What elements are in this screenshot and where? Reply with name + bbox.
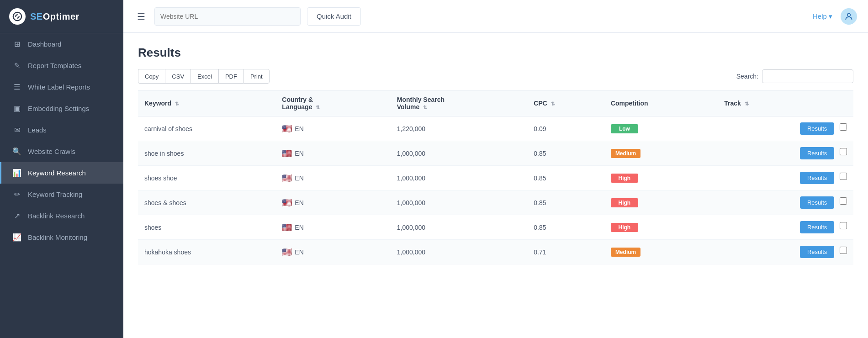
cell-cpc: 0.85 bbox=[527, 215, 604, 240]
table-header-row: Keyword ⇅ Country &Language ⇅ Monthly Se… bbox=[138, 90, 853, 116]
sidebar-item-backlink-monitoring[interactable]: 📈 Backlink Monitoring bbox=[0, 227, 123, 248]
cell-track: Results bbox=[718, 240, 853, 264]
export-copy-button[interactable]: Copy bbox=[138, 69, 165, 84]
sidebar-item-keyword-tracking[interactable]: ✏ Keyword Tracking bbox=[0, 184, 123, 205]
content-area: Results CopyCSVExcelPDFPrint Search: Key… bbox=[123, 33, 868, 338]
track-checkbox[interactable] bbox=[840, 173, 847, 180]
sidebar-item-label: Keyword Tracking bbox=[28, 190, 82, 198]
competition-badge: High bbox=[611, 174, 638, 183]
backlink-research-icon: ↗ bbox=[12, 211, 21, 220]
embedding-settings-icon: ▣ bbox=[12, 104, 21, 113]
table-body: carnival of shoes 🇺🇸 EN 1,220,000 0.09 L… bbox=[138, 116, 853, 264]
quick-audit-button[interactable]: Quick Audit bbox=[307, 7, 361, 26]
logo: SEOptimer bbox=[0, 0, 123, 33]
sidebar-item-dashboard[interactable]: ⊞ Dashboard bbox=[0, 33, 123, 55]
col-country: Country &Language ⇅ bbox=[275, 90, 390, 116]
cell-keyword: shoes & shoes bbox=[138, 190, 275, 215]
cell-volume: 1,000,000 bbox=[391, 215, 528, 240]
header: ☰ Quick Audit Help ▾ bbox=[123, 0, 868, 33]
cell-volume: 1,000,000 bbox=[391, 240, 528, 264]
cell-keyword: carnival of shoes bbox=[138, 116, 275, 141]
sidebar-item-website-crawls[interactable]: 🔍 Website Crawls bbox=[0, 141, 123, 162]
cell-volume: 1,000,000 bbox=[391, 141, 528, 166]
competition-badge: Medium bbox=[611, 149, 640, 158]
sidebar-item-backlink-research[interactable]: ↗ Backlink Research bbox=[0, 205, 123, 227]
sidebar-item-white-label-reports[interactable]: ☰ White Label Reports bbox=[0, 76, 123, 98]
search-input[interactable] bbox=[762, 69, 853, 83]
export-csv-button[interactable]: CSV bbox=[165, 69, 191, 84]
competition-badge: High bbox=[611, 223, 638, 232]
competition-badge: Medium bbox=[611, 248, 640, 257]
track-checkbox[interactable] bbox=[840, 148, 847, 155]
sidebar-item-label: Backlink Monitoring bbox=[28, 233, 87, 241]
cell-competition: Low bbox=[604, 116, 718, 141]
cell-cpc: 0.85 bbox=[527, 190, 604, 215]
keyword-table: Keyword ⇅ Country &Language ⇅ Monthly Se… bbox=[138, 90, 853, 264]
cell-competition: High bbox=[604, 166, 718, 190]
sidebar-item-embedding-settings[interactable]: ▣ Embedding Settings bbox=[0, 98, 123, 119]
export-pdf-button[interactable]: PDF bbox=[218, 69, 243, 84]
table-row: hokahoka shoes 🇺🇸 EN 1,000,000 0.71 Medi… bbox=[138, 240, 853, 264]
cell-cpc: 0.09 bbox=[527, 116, 604, 141]
cell-country: 🇺🇸 EN bbox=[275, 141, 390, 166]
export-excel-button[interactable]: Excel bbox=[191, 69, 218, 84]
sidebar-item-label: Report Templates bbox=[28, 62, 81, 69]
col-keyword: Keyword ⇅ bbox=[138, 90, 275, 116]
export-print-button[interactable]: Print bbox=[243, 69, 270, 84]
cell-keyword: shoes bbox=[138, 215, 275, 240]
cell-cpc: 0.71 bbox=[527, 240, 604, 264]
track-checkbox[interactable] bbox=[840, 123, 847, 131]
results-button[interactable]: Results bbox=[800, 147, 834, 159]
cell-cpc: 0.85 bbox=[527, 166, 604, 190]
header-right: Help ▾ bbox=[813, 8, 857, 25]
sidebar-item-leads[interactable]: ✉ Leads bbox=[0, 119, 123, 141]
track-checkbox[interactable] bbox=[840, 247, 847, 254]
sidebar-item-keyword-research[interactable]: 📊 Keyword Research bbox=[0, 162, 123, 184]
results-button[interactable]: Results bbox=[800, 122, 834, 135]
svg-point-0 bbox=[847, 13, 851, 16]
sidebar-item-report-templates[interactable]: ✎ Report Templates bbox=[0, 55, 123, 76]
track-checkbox[interactable] bbox=[840, 222, 847, 229]
cell-competition: Medium bbox=[604, 141, 718, 166]
sidebar-item-label: Dashboard bbox=[28, 40, 61, 48]
results-button[interactable]: Results bbox=[800, 221, 834, 233]
results-button[interactable]: Results bbox=[800, 196, 834, 209]
table-row: shoes shoe 🇺🇸 EN 1,000,000 0.85 High Res… bbox=[138, 166, 853, 190]
language-code: EN bbox=[295, 125, 303, 132]
track-checkbox[interactable] bbox=[840, 197, 847, 205]
export-buttons: CopyCSVExcelPDFPrint bbox=[138, 69, 270, 84]
sidebar-item-label: Backlink Research bbox=[28, 212, 85, 220]
cell-keyword: shoe in shoes bbox=[138, 141, 275, 166]
language-code: EN bbox=[295, 174, 303, 182]
cell-country: 🇺🇸 EN bbox=[275, 215, 390, 240]
user-avatar[interactable] bbox=[841, 8, 857, 25]
language-code: EN bbox=[295, 248, 303, 256]
cell-cpc: 0.85 bbox=[527, 141, 604, 166]
language-code: EN bbox=[295, 224, 303, 231]
flag-icon: 🇺🇸 bbox=[282, 198, 292, 208]
table-row: shoes & shoes 🇺🇸 EN 1,000,000 0.85 High … bbox=[138, 190, 853, 215]
main-wrapper: ☰ Quick Audit Help ▾ Results CopyCSVExce… bbox=[123, 0, 868, 338]
flag-icon: 🇺🇸 bbox=[282, 247, 292, 257]
results-button[interactable]: Results bbox=[800, 246, 834, 258]
cell-volume: 1,220,000 bbox=[391, 116, 528, 141]
table-row: shoe in shoes 🇺🇸 EN 1,000,000 0.85 Mediu… bbox=[138, 141, 853, 166]
url-input[interactable] bbox=[154, 7, 301, 26]
help-button[interactable]: Help ▾ bbox=[813, 12, 832, 21]
keyword-tracking-icon: ✏ bbox=[12, 190, 21, 199]
cell-keyword: shoes shoe bbox=[138, 166, 275, 190]
cell-track: Results bbox=[718, 116, 853, 141]
sidebar-item-label: Embedding Settings bbox=[28, 105, 89, 112]
cell-volume: 1,000,000 bbox=[391, 166, 528, 190]
hamburger-button[interactable]: ☰ bbox=[134, 8, 148, 25]
report-templates-icon: ✎ bbox=[12, 61, 21, 70]
logo-icon bbox=[9, 8, 26, 25]
results-button[interactable]: Results bbox=[800, 172, 834, 184]
sidebar-item-label: Leads bbox=[28, 126, 47, 134]
cell-track: Results bbox=[718, 190, 853, 215]
white-label-reports-icon: ☰ bbox=[12, 83, 21, 91]
flag-icon: 🇺🇸 bbox=[282, 148, 292, 158]
sidebar-item-label: White Label Reports bbox=[28, 83, 90, 91]
col-competition: Competition bbox=[604, 90, 718, 116]
cell-volume: 1,000,000 bbox=[391, 190, 528, 215]
